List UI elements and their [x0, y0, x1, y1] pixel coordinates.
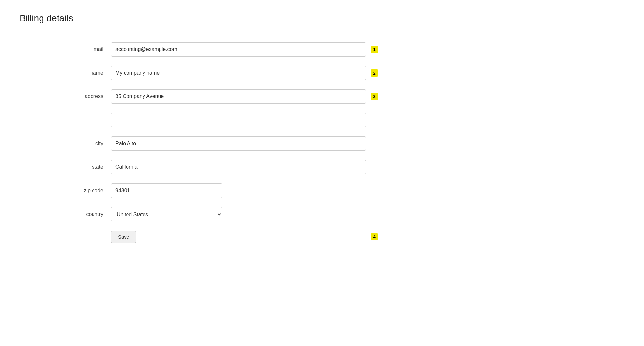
name-row: name 2 [39, 66, 366, 80]
save-row: Save 4 [39, 231, 366, 243]
page-title: Billing details [20, 13, 624, 24]
city-row: city [39, 136, 366, 151]
city-input[interactable] [111, 136, 366, 151]
mail-row: mail 1 [39, 42, 366, 57]
billing-form: mail 1 name 2 address 3 city state [39, 42, 366, 243]
zip-row: zip code [39, 183, 366, 198]
zip-input[interactable] [111, 183, 222, 198]
address-row: address 3 [39, 89, 366, 104]
mail-input[interactable] [111, 42, 366, 57]
badge-3: 3 [371, 93, 378, 100]
section-divider [20, 29, 624, 29]
city-label: city [39, 141, 111, 147]
save-button[interactable]: Save [111, 231, 136, 243]
state-label: state [39, 164, 111, 170]
badge-1: 1 [371, 46, 378, 53]
state-input[interactable] [111, 160, 366, 174]
badge-2: 2 [371, 69, 378, 77]
country-select[interactable]: United StatesCanadaUnited KingdomAustral… [111, 207, 222, 221]
address-input[interactable] [111, 89, 366, 104]
name-input[interactable] [111, 66, 366, 80]
country-row: country United StatesCanadaUnited Kingdo… [39, 207, 366, 221]
country-label: country [39, 211, 111, 217]
address-label: address [39, 94, 111, 99]
mail-label: mail [39, 46, 111, 52]
badge-4: 4 [371, 233, 378, 240]
state-row: state [39, 160, 366, 174]
address2-row [39, 113, 366, 127]
address2-input[interactable] [111, 113, 366, 127]
page-container: Billing details mail 1 name 2 address 3 … [0, 0, 644, 346]
zip-label: zip code [39, 188, 111, 194]
name-label: name [39, 70, 111, 76]
